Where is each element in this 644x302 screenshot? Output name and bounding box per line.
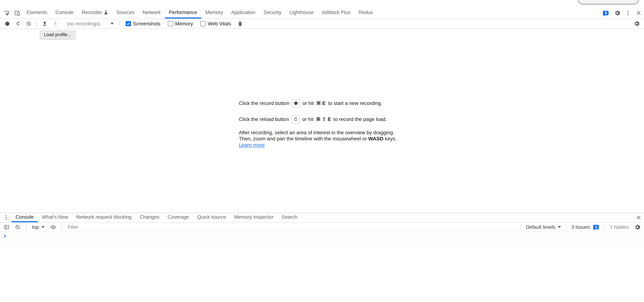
- divider: [566, 224, 566, 230]
- drawer-tabbar-spacer: [302, 213, 634, 222]
- clear-recordings-button[interactable]: [24, 20, 34, 28]
- issues-bubble-icon: 3: [593, 225, 599, 229]
- drawer-tab-network-request-blocking[interactable]: Network request blocking: [72, 213, 136, 222]
- upload-icon: [42, 21, 48, 27]
- tab-sources[interactable]: Sources: [112, 7, 138, 19]
- javascript-context-select[interactable]: top: [30, 224, 47, 230]
- tab-application[interactable]: Application: [227, 7, 260, 19]
- tab-elements[interactable]: Elements: [23, 7, 52, 19]
- console-settings-button[interactable]: [632, 223, 642, 231]
- issues-link[interactable]: 3 Issues: 3: [570, 224, 600, 230]
- drawer-close-button[interactable]: [634, 213, 644, 222]
- tab-recorder[interactable]: Recorder: [78, 7, 112, 19]
- tab-security[interactable]: Security: [260, 7, 286, 19]
- drawer-tab-console[interactable]: Console: [12, 213, 38, 222]
- inspect-cursor-icon: [4, 10, 10, 16]
- dropdown-caret-icon: [41, 226, 44, 228]
- hint-text-2: keys.: [384, 136, 396, 141]
- tab-adblock-plus[interactable]: Adblock Plus: [318, 7, 354, 19]
- divider: [520, 224, 521, 230]
- drawer-tab-search[interactable]: Search: [278, 213, 302, 222]
- web-vitals-checkbox[interactable]: Web Vitals: [200, 21, 231, 27]
- clear-icon: [15, 224, 20, 230]
- learn-more-link[interactable]: Learn more: [239, 142, 265, 148]
- tab-console[interactable]: Console: [52, 7, 78, 19]
- record-button[interactable]: [2, 20, 12, 28]
- record-instruction-post: to start a new recording.: [328, 100, 382, 106]
- record-instruction-pre: Click the record button: [239, 100, 289, 106]
- browser-overlay-pill: [578, 0, 639, 5]
- device-toolbar-icon: [14, 10, 20, 16]
- performance-panel-body: Click the record button or hit ⌘ E to st…: [0, 29, 644, 213]
- console-toolbar: top Default levels 3 Issues: 3 1 hidden: [0, 223, 644, 232]
- tab-lighthouse[interactable]: Lighthouse: [286, 7, 318, 19]
- memory-checkbox[interactable]: Memory: [168, 21, 193, 27]
- console-sidebar-toggle-button[interactable]: [2, 223, 12, 231]
- tab-memory[interactable]: Memory: [201, 7, 227, 19]
- web-vitals-checkbox-label: Web Vitals: [208, 21, 231, 27]
- experiment-flask-icon: [104, 10, 108, 15]
- load-profile-button[interactable]: [40, 20, 50, 28]
- console-filter-input[interactable]: [65, 223, 517, 232]
- drawer-menu-button[interactable]: [1, 213, 12, 222]
- load-profile-tooltip: Load profile...: [40, 30, 75, 39]
- tab-network[interactable]: Network: [138, 7, 165, 19]
- drawer-tab-quick-source[interactable]: Quick source: [193, 213, 230, 222]
- log-levels-select[interactable]: Default levels: [524, 224, 563, 230]
- live-expression-button[interactable]: [48, 223, 58, 231]
- checkbox-unchecked-icon: [200, 21, 206, 27]
- hint-keys: WASD: [368, 136, 383, 141]
- gear-icon: [634, 224, 640, 230]
- reload-instruction-post: to record the page load.: [334, 116, 387, 122]
- gear-icon: [634, 21, 640, 27]
- drawer-tab-whats-new[interactable]: What's New: [38, 213, 72, 222]
- inline-reload-button[interactable]: [292, 115, 300, 123]
- kebab-menu-icon: [625, 10, 631, 16]
- drawer-tab-memory-inspector[interactable]: Memory Inspector: [230, 213, 278, 222]
- reload-and-record-button[interactable]: [13, 20, 23, 28]
- issues-counter-button[interactable]: 3: [600, 7, 612, 19]
- divider: [26, 224, 26, 230]
- recordings-select[interactable]: (no recordings): [64, 20, 116, 27]
- main-tabbar: Elements Console Recorder Sources Networ…: [0, 7, 644, 19]
- clear-console-button[interactable]: [13, 223, 23, 231]
- gear-icon: [614, 10, 620, 16]
- empty-state: Click the record button or hit ⌘ E to st…: [239, 99, 405, 148]
- tab-performance[interactable]: Performance: [165, 7, 201, 19]
- drawer-tab-changes[interactable]: Changes: [136, 213, 164, 222]
- record-instruction-row: Click the record button or hit ⌘ E to st…: [239, 99, 405, 107]
- log-levels-value: Default levels: [526, 224, 556, 230]
- divider: [119, 21, 120, 27]
- tab-recorder-label: Recorder: [82, 10, 102, 15]
- console-sidebar-icon: [4, 224, 10, 230]
- devtools-settings-button[interactable]: [612, 7, 622, 19]
- console-prompt[interactable]: [0, 232, 644, 241]
- issues-count: 3: [605, 11, 607, 15]
- screenshots-checkbox[interactable]: Screenshots: [126, 21, 160, 27]
- trash-icon: [238, 21, 242, 27]
- record-instruction-mid: or hit: [302, 100, 314, 106]
- console-messages-area[interactable]: [0, 241, 644, 302]
- garbage-collect-button[interactable]: [235, 20, 245, 28]
- tab-redux[interactable]: Redux: [354, 7, 377, 19]
- eye-icon: [50, 224, 56, 230]
- checkbox-checked-icon: [126, 21, 131, 27]
- kebab-menu-icon: [3, 215, 9, 220]
- drawer-tab-coverage[interactable]: Coverage: [164, 213, 193, 222]
- capture-settings-button[interactable]: [632, 20, 642, 28]
- devtools-menu-button[interactable]: [622, 7, 633, 19]
- close-icon: [636, 10, 641, 16]
- clear-icon: [26, 21, 32, 27]
- save-profile-button[interactable]: [50, 20, 60, 28]
- divider: [604, 224, 604, 230]
- record-shortcut-keys: ⌘ E: [316, 100, 326, 106]
- device-toolbar-button[interactable]: [12, 7, 22, 19]
- console-prompt-chevron-icon: [3, 234, 7, 238]
- dropdown-caret-icon: [558, 226, 561, 228]
- issues-bubble-icon: 3: [603, 11, 608, 15]
- inline-record-button[interactable]: [292, 99, 300, 107]
- devtools-close-button[interactable]: [634, 7, 644, 19]
- reload-instruction-row: Click the reload button or hit ⌘ ⇧ E to …: [239, 115, 405, 123]
- inspect-element-button[interactable]: [1, 7, 12, 19]
- issues-link-label: 3 Issues:: [572, 224, 591, 230]
